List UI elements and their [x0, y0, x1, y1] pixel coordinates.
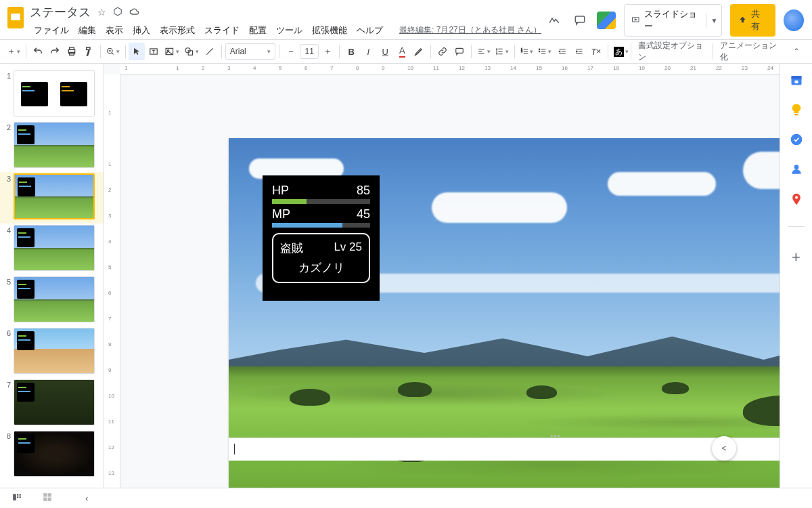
line-tool[interactable] [202, 43, 218, 60]
bold-button[interactable]: B [343, 43, 359, 60]
share-button[interactable]: 共有 [730, 4, 775, 37]
activity-icon[interactable] [545, 11, 563, 30]
underline-button[interactable]: U [377, 43, 393, 60]
svg-rect-33 [48, 498, 51, 501]
move-icon[interactable] [113, 7, 122, 18]
font-size-dec[interactable]: − [283, 43, 299, 60]
cloud-icon[interactable] [129, 7, 140, 18]
align-button[interactable]: ▾ [475, 43, 493, 60]
text-color-button[interactable]: A [394, 43, 410, 60]
bush [662, 382, 689, 394]
svg-point-22 [790, 134, 802, 146]
doc-title[interactable]: ステータス [30, 4, 91, 20]
decrease-indent-button[interactable] [554, 43, 570, 60]
italic-button[interactable]: I [360, 43, 376, 60]
tasks-icon[interactable] [790, 133, 803, 146]
font-size-inc[interactable]: ＋ [319, 43, 336, 60]
menu-slide[interactable]: スライド [200, 23, 244, 38]
line-spacing-button[interactable]: ▾ [493, 43, 511, 60]
menu-edit[interactable]: 編集 [74, 23, 100, 38]
font-select[interactable]: Arial▾ [225, 43, 275, 60]
bulleted-list-button[interactable]: ▾ [536, 43, 554, 60]
drag-handle-icon[interactable] [545, 435, 565, 438]
svg-rect-12 [188, 51, 192, 55]
char-info: 盗賊Lv 25 カズノリ [272, 233, 370, 283]
svg-rect-1 [11, 14, 20, 20]
menu-arrange[interactable]: 配置 [245, 23, 271, 38]
svg-rect-26 [17, 494, 18, 495]
font-size-input[interactable]: 11 [300, 44, 319, 59]
collapse-toolbar-button[interactable]: ⌃ [786, 47, 807, 56]
thumb-3[interactable]: 3 [0, 172, 104, 224]
canvas-area[interactable]: 1123456789101112131415161718192021222324… [104, 64, 780, 488]
menu-file[interactable]: ファイル [30, 23, 73, 38]
numbered-list-button[interactable]: 12▾ [518, 43, 536, 60]
svg-rect-2 [575, 16, 585, 22]
thumb-7[interactable]: 7 [0, 378, 104, 429]
last-edit[interactable]: 最終編集: 7月27日（とある社員 さん） [395, 23, 545, 38]
thumb-1[interactable]: 1 [0, 69, 104, 121]
status-panel[interactable]: HP85 MP45 盗賊Lv 25 カズノリ [263, 175, 380, 301]
meet-button[interactable] [597, 12, 616, 29]
svg-rect-27 [17, 496, 18, 498]
increase-indent-button[interactable] [571, 43, 587, 60]
star-icon[interactable]: ☆ [97, 7, 106, 18]
ruler-vertical: 11234567891011121314 [104, 75, 120, 488]
zoom-button[interactable]: ▾ [104, 43, 122, 60]
hp-bar [272, 199, 370, 204]
comments-icon[interactable] [571, 11, 589, 30]
slideshow-button[interactable]: スライドショー ▼ [624, 4, 722, 37]
highlight-button[interactable] [411, 43, 427, 60]
addons-button[interactable]: + [792, 249, 800, 266]
thumb-6[interactable]: 6 [0, 326, 104, 378]
slideshow-dropdown[interactable]: ▼ [706, 14, 721, 28]
link-button[interactable] [434, 43, 451, 60]
slide[interactable]: HP85 MP45 盗賊Lv 25 カズノリ [229, 138, 780, 488]
keep-icon[interactable] [790, 103, 803, 117]
thumb-2[interactable]: 2 [0, 121, 104, 172]
bush [526, 385, 557, 399]
thumb-4[interactable]: 4 [0, 224, 104, 275]
mp-bar [272, 223, 370, 228]
avatar[interactable] [784, 9, 804, 31]
menu-tools[interactable]: ツール [272, 23, 307, 38]
menu-view[interactable]: 表示 [102, 23, 127, 38]
format-options-button[interactable]: 書式設定オプション [631, 43, 713, 60]
redo-button[interactable] [47, 43, 63, 60]
grid-view-icon[interactable] [42, 492, 53, 504]
svg-rect-31 [48, 493, 51, 496]
select-tool[interactable] [129, 43, 145, 60]
menu-help[interactable]: ヘルプ [353, 23, 387, 38]
input-tools-button[interactable]: あ▾ [612, 43, 630, 60]
menu-extensions[interactable]: 拡張機能 [308, 23, 351, 38]
print-button[interactable] [64, 43, 80, 60]
svg-rect-29 [20, 496, 21, 498]
speaker-notes[interactable] [229, 438, 780, 461]
svg-rect-19 [791, 76, 801, 79]
font-name: Arial [230, 47, 246, 56]
mp-value: 45 [357, 207, 370, 221]
char-level: Lv 25 [334, 240, 362, 256]
slides-logo[interactable] [4, 5, 27, 30]
calendar-icon[interactable] [790, 73, 803, 87]
thumb-8[interactable]: 8 [0, 429, 104, 481]
animation-button[interactable]: アニメーション化 [713, 43, 787, 60]
comment-button[interactable] [451, 43, 468, 60]
shape-tool[interactable]: ▾ [182, 43, 201, 60]
svg-rect-25 [13, 494, 16, 500]
image-tool[interactable]: ▾ [162, 43, 181, 60]
menu-format[interactable]: 表示形式 [156, 23, 199, 38]
filmstrip[interactable]: 12345678 [0, 64, 104, 488]
filmstrip-view-icon[interactable] [11, 492, 23, 504]
textbox-tool[interactable] [145, 43, 162, 60]
maps-icon[interactable] [790, 192, 803, 206]
thumb-5[interactable]: 5 [0, 275, 104, 326]
new-slide-button[interactable]: ＋▾ [5, 43, 22, 60]
clear-format-button[interactable]: T✕ [588, 43, 604, 60]
explore-button[interactable]: < [712, 436, 736, 461]
contacts-icon[interactable] [790, 163, 803, 176]
paint-format-button[interactable] [81, 43, 97, 60]
undo-button[interactable] [30, 43, 46, 60]
collapse-sidepanel-icon[interactable]: ‹ [85, 493, 88, 503]
menu-insert[interactable]: 挿入 [129, 23, 154, 38]
